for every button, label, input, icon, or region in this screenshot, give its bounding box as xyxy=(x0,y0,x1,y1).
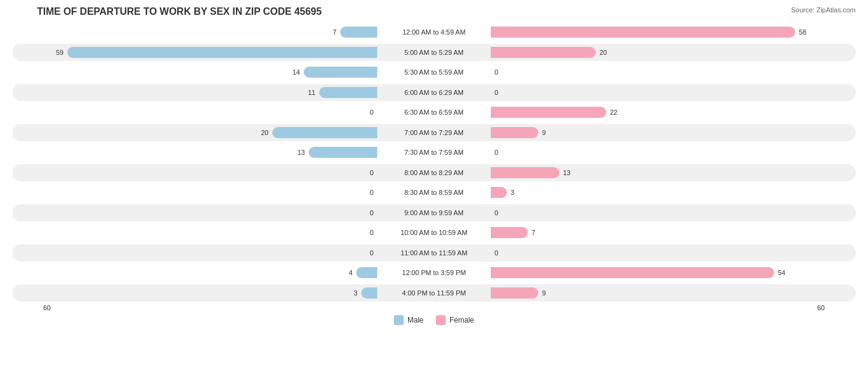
table-row: 0 10:00 AM to 10:59 AM 7 xyxy=(12,224,856,241)
bars-right: 20 xyxy=(490,44,856,61)
bars-left: 13 xyxy=(12,144,378,161)
female-value: 3 xyxy=(507,189,538,196)
row-inner: 13 7:30 AM to 7:59 AM 0 xyxy=(12,144,856,161)
female-bar xyxy=(491,187,507,198)
bars-right: 7 xyxy=(490,224,856,241)
male-bar xyxy=(356,267,377,278)
male-value: 20 xyxy=(241,129,272,136)
chart-area: 7 12:00 AM to 4:59 AM 58 59 5:00 AM to 5… xyxy=(12,22,856,321)
table-row: 13 7:30 AM to 7:59 AM 0 xyxy=(12,144,856,161)
chart-container: TIME OF DEPARTURE TO WORK BY SEX IN ZIP … xyxy=(0,0,868,367)
legend-male-box xyxy=(394,315,404,325)
chart-title: TIME OF DEPARTURE TO WORK BY SEX IN ZIP … xyxy=(12,6,856,17)
female-value: 9 xyxy=(538,289,569,297)
source-label: Source: ZipAtlas.com xyxy=(791,6,856,14)
bars-left: 0 xyxy=(12,224,378,241)
table-row: 59 5:00 AM to 5:29 AM 20 xyxy=(12,44,856,61)
time-label: 10:00 AM to 10:59 AM xyxy=(378,229,490,236)
bars-left: 3 xyxy=(12,284,378,302)
female-value: 22 xyxy=(606,109,637,116)
time-label: 6:00 AM to 6:29 AM xyxy=(378,89,490,96)
bars-left: 0 xyxy=(12,204,378,221)
table-row: 0 8:00 AM to 8:29 AM 13 xyxy=(12,164,856,181)
male-value: 0 xyxy=(346,169,377,176)
female-bar xyxy=(491,267,774,278)
time-label: 6:30 AM to 6:59 AM xyxy=(378,109,490,116)
time-label: 7:00 AM to 7:29 AM xyxy=(378,129,490,136)
table-row: 14 5:30 AM to 5:59 AM 0 xyxy=(12,64,856,81)
bars-left: 0 xyxy=(12,184,378,201)
female-bar xyxy=(491,27,795,38)
time-label: 12:00 AM to 4:59 AM xyxy=(378,28,490,36)
row-inner: 3 4:00 PM to 11:59 PM 9 xyxy=(12,284,856,302)
female-value: 13 xyxy=(559,169,590,176)
time-label: 12:00 PM to 3:59 PM xyxy=(378,269,490,276)
legend-male-label: Male xyxy=(407,316,424,324)
axis-left: 60 xyxy=(43,304,51,311)
bars-left: 0 xyxy=(12,164,378,181)
bars-right: 22 xyxy=(490,104,856,121)
row-inner: 0 8:30 AM to 8:59 AM 3 xyxy=(12,184,856,201)
legend-female: Female xyxy=(436,315,474,325)
row-inner: 14 5:30 AM to 5:59 AM 0 xyxy=(12,64,856,81)
female-value: 0 xyxy=(491,89,522,96)
female-value: 7 xyxy=(528,229,559,236)
female-bar xyxy=(491,167,559,178)
female-value: 0 xyxy=(491,149,522,156)
female-value: 9 xyxy=(538,129,569,136)
time-label: 8:30 AM to 8:59 AM xyxy=(378,189,490,196)
male-value: 0 xyxy=(346,209,377,216)
male-value: 0 xyxy=(346,109,377,116)
legend-female-box xyxy=(436,315,446,325)
male-value: 13 xyxy=(278,149,309,156)
male-bar xyxy=(304,67,377,78)
time-label: 8:00 AM to 8:29 AM xyxy=(378,169,490,176)
row-inner: 0 8:00 AM to 8:29 AM 13 xyxy=(12,164,856,181)
row-inner: 59 5:00 AM to 5:29 AM 20 xyxy=(12,44,856,61)
male-value: 4 xyxy=(325,269,356,276)
bar-chart: 7 12:00 AM to 4:59 AM 58 59 5:00 AM to 5… xyxy=(12,22,856,303)
time-label: 5:30 AM to 5:59 AM xyxy=(378,68,490,76)
female-bar xyxy=(491,47,596,58)
bars-right: 0 xyxy=(490,84,856,101)
table-row: 11 6:00 AM to 6:29 AM 0 xyxy=(12,84,856,101)
bars-right: 0 xyxy=(490,204,856,221)
bars-right: 13 xyxy=(490,164,856,181)
male-value: 14 xyxy=(273,68,304,76)
bars-right: 9 xyxy=(490,284,856,302)
row-inner: 0 11:00 AM to 11:59 AM 0 xyxy=(12,244,856,262)
female-value: 0 xyxy=(491,249,522,257)
time-label: 4:00 PM to 11:59 PM xyxy=(378,289,490,297)
legend-male: Male xyxy=(394,315,424,325)
bars-left: 59 xyxy=(12,44,378,61)
male-bar xyxy=(340,27,377,38)
bars-right: 0 xyxy=(490,64,856,81)
table-row: 20 7:00 AM to 7:29 AM 9 xyxy=(12,124,856,141)
bars-right: 9 xyxy=(490,124,856,141)
bars-right: 0 xyxy=(490,244,856,262)
bars-right: 58 xyxy=(490,23,856,41)
male-bar xyxy=(361,287,377,299)
table-row: 7 12:00 AM to 4:59 AM 58 xyxy=(12,23,856,41)
female-value: 20 xyxy=(596,49,627,56)
female-bar xyxy=(491,227,528,238)
row-inner: 0 6:30 AM to 6:59 AM 22 xyxy=(12,104,856,121)
bars-left: 7 xyxy=(12,23,378,41)
male-bar xyxy=(67,47,377,58)
row-inner: 7 12:00 AM to 4:59 AM 58 xyxy=(12,23,856,41)
female-value: 58 xyxy=(795,28,826,36)
row-inner: 20 7:00 AM to 7:29 AM 9 xyxy=(12,124,856,141)
axis-labels: 60 60 xyxy=(12,304,856,311)
female-value: 0 xyxy=(491,68,522,76)
table-row: 3 4:00 PM to 11:59 PM 9 xyxy=(12,284,856,302)
time-label: 7:30 AM to 7:59 AM xyxy=(378,149,490,156)
female-value: 54 xyxy=(774,269,805,276)
bars-left: 0 xyxy=(12,104,378,121)
male-value: 7 xyxy=(309,28,340,36)
table-row: 0 11:00 AM to 11:59 AM 0 xyxy=(12,244,856,262)
bars-left: 20 xyxy=(12,124,378,141)
male-value: 59 xyxy=(36,49,67,56)
row-inner: 11 6:00 AM to 6:29 AM 0 xyxy=(12,84,856,101)
male-bar xyxy=(309,147,377,158)
male-bar xyxy=(319,87,377,98)
